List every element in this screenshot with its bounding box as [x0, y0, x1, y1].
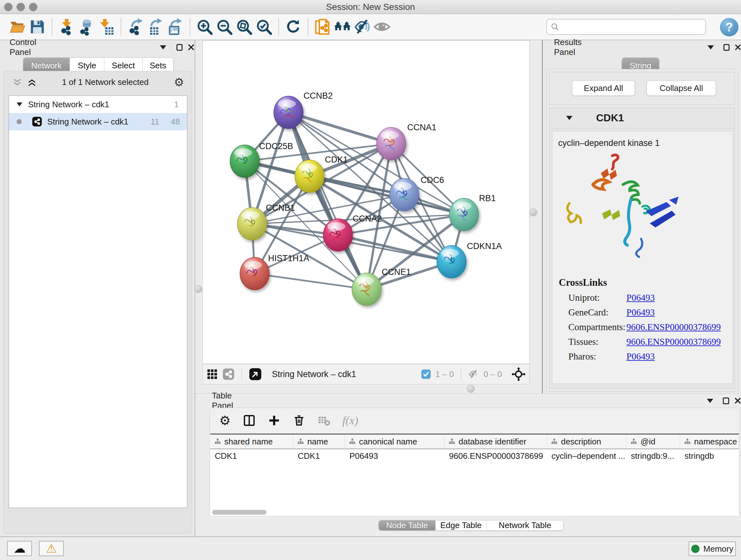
network-node-RB1[interactable] [449, 198, 479, 231]
cloud-status-button[interactable]: ☁ [7, 541, 32, 556]
network-node-CDKN1A[interactable] [437, 246, 466, 278]
hide-graphics-details-button[interactable] [352, 17, 372, 37]
hidden-eye-icon[interactable] [468, 369, 479, 380]
zoom-out-button[interactable] [214, 17, 234, 37]
gene-section: CDK1 cyclin–dependent kinase 1 [549, 108, 735, 388]
results-panel-close-icon[interactable] [735, 44, 741, 51]
gene-section-header[interactable]: CDK1 [549, 108, 735, 128]
home-button[interactable] [333, 17, 352, 37]
network-collection-row[interactable]: String Network – cdk1 1 [9, 96, 187, 113]
save-session-button[interactable] [27, 17, 47, 37]
open-file-button[interactable] [8, 17, 27, 37]
network-edge-CCNB2-CCNA1[interactable] [288, 112, 391, 144]
network-row-selected[interactable]: String Network – cdk1 11 48 [9, 113, 187, 130]
column-header--id[interactable]: @id [626, 435, 680, 449]
network-options-gear-icon[interactable]: ⚙ [174, 76, 184, 89]
crosslink-uniprot-link[interactable]: P06493 [626, 293, 655, 303]
network-node-HIST1H1A[interactable] [240, 257, 269, 290]
network-node-CCNA1[interactable] [377, 127, 406, 160]
column-header-shared-name[interactable]: shared name [210, 435, 293, 449]
delete-column-trash-icon[interactable] [293, 414, 306, 427]
fit-selected-crosshair-icon[interactable] [512, 367, 526, 381]
help-button[interactable]: ? [720, 18, 738, 37]
column-header-database-identifier[interactable]: database identifier [445, 435, 547, 449]
tab-network-table[interactable]: Network Table [487, 520, 563, 530]
network-node-CCNB1[interactable] [238, 207, 267, 240]
results-panel-float-icon[interactable] [724, 44, 730, 51]
control-panel-menu-icon[interactable] [160, 45, 166, 50]
network-node-CCNB2[interactable] [274, 96, 303, 129]
open-in-new-window-icon[interactable] [249, 368, 262, 381]
table-options-gear-icon[interactable]: ⚙ [219, 413, 231, 428]
network-node-CDK1[interactable] [295, 160, 324, 192]
control-panel-close-icon[interactable] [188, 44, 195, 51]
horizontal-scrollbar-thumb[interactable] [212, 510, 266, 515]
selected-checkbox-icon[interactable] [421, 369, 431, 379]
control-panel-float-icon[interactable] [177, 44, 183, 51]
zoom-selected-button[interactable] [254, 17, 274, 37]
node-table: shared namenamecanonical namedatabase id… [210, 434, 739, 516]
collapse-all-icon[interactable] [12, 78, 22, 86]
bottom-splitter-handle[interactable] [467, 385, 475, 393]
network-node-CCNA2[interactable] [323, 219, 353, 251]
table-panel-float-icon[interactable] [723, 397, 729, 404]
node-label-CCNB1: CCNB1 [266, 203, 295, 212]
network-node-CCNE1[interactable] [352, 273, 381, 306]
left-splitter-handle[interactable] [194, 285, 202, 293]
collapse-all-button[interactable]: Collapse All [647, 80, 716, 96]
refresh-view-button[interactable] [283, 17, 303, 37]
column-header-name[interactable]: name [293, 435, 345, 449]
export-image-button[interactable] [165, 17, 185, 37]
add-column-icon[interactable] [268, 414, 280, 427]
network-node-CDC6[interactable] [390, 179, 419, 211]
show-columns-icon[interactable] [243, 414, 256, 427]
import-table-file-button[interactable] [96, 17, 116, 37]
memory-button[interactable]: Memory [689, 542, 736, 556]
search-input[interactable] [562, 22, 701, 32]
network-canvas[interactable]: CCNB2CCNA1CDC25BCDK1CDC6RB1CCNB1CCNA2CDK… [202, 40, 530, 364]
node-table-row[interactable]: CDK1CDK1P064939606.ENSP00000378699cyclin… [210, 449, 739, 462]
collection-expand-icon[interactable] [17, 103, 22, 106]
column-header-label: @id [641, 437, 656, 447]
crosslink-row-genecard: GeneCard: P06493 [552, 305, 732, 320]
table-panel-menu-icon[interactable] [707, 399, 713, 403]
zoom-in-button[interactable] [195, 17, 214, 37]
expand-all-button[interactable]: Expand All [572, 80, 635, 96]
gene-collapse-icon[interactable] [566, 116, 572, 120]
network-edge-HIST1H1A-CCNE1[interactable] [255, 273, 367, 289]
window-title: Session: New Session [0, 2, 741, 12]
network-node-CDC25B[interactable] [230, 145, 259, 178]
right-splitter-handle[interactable] [529, 208, 537, 216]
expand-all-icon[interactable] [27, 78, 37, 86]
crosslink-tissues-link[interactable]: 9606.ENSP00000378699 [626, 336, 721, 347]
column-header-canonical-name[interactable]: canonical name [345, 435, 445, 449]
column-header-description[interactable]: description [547, 435, 626, 449]
network-share-view-icon[interactable] [222, 368, 234, 380]
import-network-database-button[interactable] [77, 17, 96, 37]
results-panel-divider[interactable] [542, 40, 543, 393]
zoom-fit-button[interactable] [234, 17, 254, 37]
export-network-button[interactable] [126, 17, 145, 37]
document-share-button[interactable] [313, 17, 333, 37]
results-panel-menu-icon[interactable] [708, 45, 714, 50]
crosslink-pharos-link[interactable]: P06493 [626, 351, 655, 362]
network-current-dot-icon [17, 119, 22, 124]
network-graph[interactable]: CCNB2CCNA1CDC25BCDK1CDC6RB1CCNB1CCNA2CDK… [203, 41, 529, 364]
show-graphics-details-button[interactable] [372, 17, 392, 37]
column-header-namespace[interactable]: namespace [680, 435, 739, 449]
table-panel-close-icon[interactable] [734, 397, 741, 405]
warnings-button[interactable]: ⚠ [39, 541, 64, 556]
import-network-file-button[interactable] [57, 17, 77, 37]
search-field[interactable] [546, 19, 706, 35]
network-selection-status: 1 of 1 Network selected [37, 77, 174, 87]
network-node-count: 11 [151, 117, 159, 127]
grid-view-icon[interactable] [206, 368, 218, 380]
tab-node-table[interactable]: Node Table [379, 520, 435, 530]
node-label-RB1: RB1 [479, 193, 496, 203]
crosslink-genecard-link[interactable]: P06493 [626, 307, 655, 318]
crosslinks-title: CrossLinks [552, 272, 732, 290]
export-table-button[interactable] [145, 17, 165, 37]
tab-edge-table[interactable]: Edge Table [435, 520, 487, 530]
crosslink-compartments-link[interactable]: 9606.ENSP00000378699 [626, 322, 721, 332]
collection-count: 1 [174, 100, 179, 110]
